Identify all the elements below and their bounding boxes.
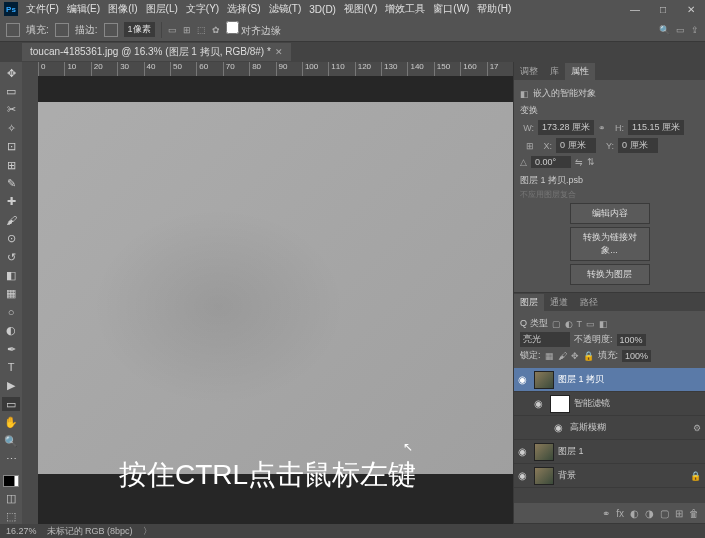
fx-icon[interactable]: fx (616, 508, 624, 519)
filter-smart-icon[interactable]: ◧ (599, 319, 608, 329)
stroke-swatch[interactable] (104, 23, 118, 37)
dodge-tool[interactable]: ◐ (2, 323, 20, 337)
canvas[interactable] (38, 102, 513, 474)
convert-linked-button[interactable]: 转换为链接对象... (570, 227, 650, 261)
rectangle-tool[interactable]: ▭ (2, 397, 20, 411)
menu-window[interactable]: 窗口(W) (433, 2, 469, 16)
mask-icon[interactable]: ◐ (630, 508, 639, 519)
filter-adjust-icon[interactable]: ◐ (565, 319, 573, 329)
visibility-icon[interactable]: ◉ (518, 374, 530, 385)
x-input[interactable]: 0 厘米 (556, 138, 596, 153)
search-icon[interactable]: 🔍 (659, 25, 670, 35)
menu-file[interactable]: 文件(F) (26, 2, 59, 16)
eraser-tool[interactable]: ◧ (2, 268, 20, 282)
gradient-tool[interactable]: ▦ (2, 287, 20, 301)
tab-properties[interactable]: 属性 (565, 63, 595, 80)
crop-tool[interactable]: ⊡ (2, 140, 20, 154)
wand-tool[interactable]: ✧ (2, 121, 20, 135)
visibility-icon[interactable]: ◉ (534, 398, 546, 409)
layer-row[interactable]: ◉ 高斯模糊 ⚙ (514, 416, 705, 440)
layer-thumb[interactable] (534, 371, 554, 389)
path-ops-icon[interactable]: ▭ (168, 25, 177, 35)
lasso-tool[interactable]: ✂ (2, 103, 20, 117)
convert-layer-button[interactable]: 转换为图层 (570, 264, 650, 285)
type-tool[interactable]: T (2, 360, 20, 374)
menu-edit[interactable]: 编辑(E) (67, 2, 100, 16)
stroke-width-input[interactable]: 1像素 (124, 22, 155, 37)
edit-contents-button[interactable]: 编辑内容 (570, 203, 650, 224)
maximize-button[interactable]: □ (653, 4, 673, 15)
tab-libraries[interactable]: 库 (544, 63, 565, 80)
close-button[interactable]: ✕ (681, 4, 701, 15)
zoom-level[interactable]: 16.27% (6, 526, 37, 536)
heal-tool[interactable]: ✚ (2, 195, 20, 209)
group-icon[interactable]: ▢ (660, 508, 669, 519)
y-input[interactable]: 0 厘米 (618, 138, 658, 153)
gear-icon[interactable]: ✿ (212, 25, 220, 35)
layer-row[interactable]: ◉ 图层 1 拷贝 (514, 368, 705, 392)
flip-v-icon[interactable]: ⇅ (587, 157, 595, 167)
layer-name[interactable]: 图层 1 拷贝 (558, 373, 604, 386)
horizontal-ruler[interactable]: 0102030405060708090100110120130140150160… (38, 62, 513, 76)
lock-pixel-icon[interactable]: 🖌 (558, 351, 567, 361)
tab-adjustments[interactable]: 调整 (514, 63, 544, 80)
fill-input[interactable]: 100% (622, 350, 651, 362)
layer-row[interactable]: ◉ 背景 🔒 (514, 464, 705, 488)
menu-plugins[interactable]: 增效工具 (385, 2, 425, 16)
menu-filter[interactable]: 滤镜(T) (269, 2, 302, 16)
pen-tool[interactable]: ✒ (2, 342, 20, 356)
vertical-ruler[interactable] (22, 76, 38, 524)
chevron-right-icon[interactable]: 〉 (143, 525, 152, 538)
marquee-tool[interactable]: ▭ (2, 84, 20, 98)
lock-trans-icon[interactable]: ▦ (545, 351, 554, 361)
menu-image[interactable]: 图像(I) (108, 2, 137, 16)
menu-help[interactable]: 帮助(H) (477, 2, 511, 16)
delete-icon[interactable]: 🗑 (689, 508, 699, 519)
layer-name[interactable]: 图层 1 (558, 445, 584, 458)
eyedropper-tool[interactable]: ✎ (2, 176, 20, 190)
tool-preset-icon[interactable] (6, 23, 20, 37)
visibility-icon[interactable]: ◉ (518, 470, 530, 481)
lock-pos-icon[interactable]: ✥ (571, 351, 579, 361)
menu-view[interactable]: 视图(V) (344, 2, 377, 16)
filter-shape-icon[interactable]: ▭ (586, 319, 595, 329)
layer-row[interactable]: ◉ 图层 1 (514, 440, 705, 464)
fill-swatch[interactable] (55, 23, 69, 37)
minimize-button[interactable]: — (625, 4, 645, 15)
link-layers-icon[interactable]: ⚭ (602, 508, 610, 519)
document-tab[interactable]: toucan-4185361.jpg @ 16.3% (图层 1 拷贝, RGB… (22, 43, 291, 61)
path-select-tool[interactable]: ▶ (2, 379, 20, 393)
brush-tool[interactable]: 🖌 (2, 213, 20, 227)
blend-mode-select[interactable]: 亮光 (520, 332, 570, 347)
screenmode-tool[interactable]: ⬚ (2, 510, 20, 524)
quickmask-tool[interactable]: ◫ (2, 491, 20, 505)
link-wh-icon[interactable]: ⚭ (598, 123, 606, 133)
w-input[interactable]: 173.28 厘米 (538, 120, 594, 135)
menu-select[interactable]: 选择(S) (227, 2, 260, 16)
layer-thumb[interactable] (534, 443, 554, 461)
lock-all-icon[interactable]: 🔒 (583, 351, 594, 361)
frame-tool[interactable]: ⊞ (2, 158, 20, 172)
doc-info[interactable]: 未标记的 RGB (8bpc) (47, 525, 133, 538)
layer-name[interactable]: 高斯模糊 (570, 421, 606, 434)
align-edges-checkbox[interactable]: 对齐边缘 (226, 21, 282, 38)
zoom-tool[interactable]: 🔍 (2, 434, 20, 448)
menu-layer[interactable]: 图层(L) (146, 2, 178, 16)
adjustment-icon[interactable]: ◑ (645, 508, 654, 519)
color-swatch[interactable] (3, 475, 19, 488)
share-icon[interactable]: ⇪ (691, 25, 699, 35)
arrange-icon[interactable]: ⬚ (197, 25, 206, 35)
hand-tool[interactable]: ✋ (2, 415, 20, 429)
flip-h-icon[interactable]: ⇋ (575, 157, 583, 167)
blur-tool[interactable]: ○ (2, 305, 20, 319)
opacity-input[interactable]: 100% (617, 334, 646, 346)
menu-type[interactable]: 文字(Y) (186, 2, 219, 16)
ruler-origin[interactable] (22, 62, 38, 76)
new-layer-icon[interactable]: ⊞ (675, 508, 683, 519)
tab-close-icon[interactable]: ✕ (275, 47, 283, 57)
angle-input[interactable]: 0.00° (531, 156, 571, 168)
layer-name[interactable]: 智能滤镜 (574, 397, 610, 410)
layer-row[interactable]: ◉ 智能滤镜 (514, 392, 705, 416)
filter-pixel-icon[interactable]: ▢ (552, 319, 561, 329)
align-icon[interactable]: ⊞ (183, 25, 191, 35)
